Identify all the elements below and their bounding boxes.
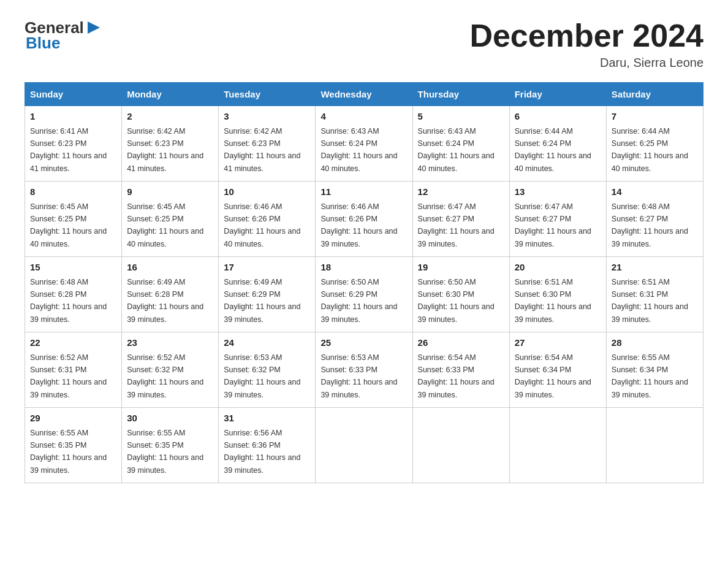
day-number: 18	[320, 261, 407, 275]
day-info: Sunrise: 6:43 AMSunset: 6:24 PMDaylight:…	[418, 127, 495, 173]
calendar-day-cell: 25 Sunrise: 6:53 AMSunset: 6:33 PMDaylig…	[316, 332, 412, 408]
day-number: 5	[418, 110, 504, 124]
day-number: 29	[30, 412, 116, 426]
day-number: 23	[127, 336, 213, 350]
header-sunday: Sunday	[25, 83, 122, 106]
day-info: Sunrise: 6:51 AMSunset: 6:31 PMDaylight:…	[612, 278, 688, 324]
day-info: Sunrise: 6:55 AMSunset: 6:34 PMDaylight:…	[612, 353, 688, 399]
calendar-day-cell: 6 Sunrise: 6:44 AMSunset: 6:24 PMDayligh…	[509, 106, 606, 182]
day-info: Sunrise: 6:46 AMSunset: 6:26 PMDaylight:…	[224, 202, 300, 248]
calendar-day-cell: 1 Sunrise: 6:41 AMSunset: 6:23 PMDayligh…	[25, 106, 122, 182]
day-number: 27	[515, 336, 601, 350]
calendar-day-cell: 23 Sunrise: 6:52 AMSunset: 6:32 PMDaylig…	[122, 332, 219, 408]
calendar-week-row: 8 Sunrise: 6:45 AMSunset: 6:25 PMDayligh…	[25, 182, 703, 257]
calendar-day-cell: 14 Sunrise: 6:48 AMSunset: 6:27 PMDaylig…	[606, 182, 703, 257]
header-friday: Friday	[509, 83, 606, 106]
calendar-day-cell: 5 Sunrise: 6:43 AMSunset: 6:24 PMDayligh…	[412, 106, 509, 182]
day-info: Sunrise: 6:55 AMSunset: 6:35 PMDaylight:…	[127, 429, 203, 475]
calendar-week-row: 29 Sunrise: 6:55 AMSunset: 6:35 PMDaylig…	[25, 408, 703, 483]
calendar-day-cell: 10 Sunrise: 6:46 AMSunset: 6:26 PMDaylig…	[219, 182, 316, 257]
day-number: 13	[515, 185, 601, 199]
day-info: Sunrise: 6:45 AMSunset: 6:25 PMDaylight:…	[30, 202, 107, 248]
day-number: 8	[30, 185, 116, 199]
day-info: Sunrise: 6:52 AMSunset: 6:31 PMDaylight:…	[30, 353, 107, 399]
calendar-week-row: 1 Sunrise: 6:41 AMSunset: 6:23 PMDayligh…	[25, 106, 703, 182]
day-number: 26	[418, 336, 504, 350]
calendar-day-cell: 15 Sunrise: 6:48 AMSunset: 6:28 PMDaylig…	[25, 257, 122, 332]
calendar-day-cell: 22 Sunrise: 6:52 AMSunset: 6:31 PMDaylig…	[25, 332, 122, 408]
calendar-day-cell: 4 Sunrise: 6:43 AMSunset: 6:24 PMDayligh…	[316, 106, 412, 182]
day-info: Sunrise: 6:47 AMSunset: 6:27 PMDaylight:…	[515, 202, 591, 248]
header-saturday: Saturday	[606, 83, 703, 106]
day-info: Sunrise: 6:50 AMSunset: 6:30 PMDaylight:…	[418, 278, 495, 324]
calendar-day-cell: 8 Sunrise: 6:45 AMSunset: 6:25 PMDayligh…	[25, 182, 122, 257]
day-info: Sunrise: 6:48 AMSunset: 6:28 PMDaylight:…	[30, 278, 107, 324]
calendar-day-cell: 31 Sunrise: 6:56 AMSunset: 6:36 PMDaylig…	[219, 408, 316, 483]
calendar-day-cell: 27 Sunrise: 6:54 AMSunset: 6:34 PMDaylig…	[509, 332, 606, 408]
day-info: Sunrise: 6:44 AMSunset: 6:24 PMDaylight:…	[515, 127, 591, 173]
calendar-day-cell: 26 Sunrise: 6:54 AMSunset: 6:33 PMDaylig…	[412, 332, 509, 408]
day-number: 16	[127, 261, 213, 275]
month-title: December 2024	[469, 18, 703, 53]
day-info: Sunrise: 6:51 AMSunset: 6:30 PMDaylight:…	[515, 278, 591, 324]
calendar-day-cell: 18 Sunrise: 6:50 AMSunset: 6:29 PMDaylig…	[316, 257, 412, 332]
day-number: 17	[224, 261, 310, 275]
day-number: 10	[224, 185, 310, 199]
calendar-table: SundayMondayTuesdayWednesdayThursdayFrid…	[25, 82, 703, 483]
header-tuesday: Tuesday	[219, 83, 316, 106]
day-number: 4	[320, 110, 407, 124]
calendar-day-cell: 16 Sunrise: 6:49 AMSunset: 6:28 PMDaylig…	[122, 257, 219, 332]
calendar-day-cell: 9 Sunrise: 6:45 AMSunset: 6:25 PMDayligh…	[122, 182, 219, 257]
title-area: December 2024 Daru, Sierra Leone	[469, 18, 703, 70]
calendar-week-row: 15 Sunrise: 6:48 AMSunset: 6:28 PMDaylig…	[25, 257, 703, 332]
day-info: Sunrise: 6:47 AMSunset: 6:27 PMDaylight:…	[418, 202, 495, 248]
day-info: Sunrise: 6:56 AMSunset: 6:36 PMDaylight:…	[224, 429, 300, 475]
day-info: Sunrise: 6:44 AMSunset: 6:25 PMDaylight:…	[612, 127, 688, 173]
day-info: Sunrise: 6:42 AMSunset: 6:23 PMDaylight:…	[224, 127, 300, 173]
day-number: 22	[30, 336, 116, 350]
day-info: Sunrise: 6:41 AMSunset: 6:23 PMDaylight:…	[30, 127, 107, 173]
day-number: 21	[612, 261, 698, 275]
calendar-day-cell	[412, 408, 509, 483]
calendar-day-cell: 11 Sunrise: 6:46 AMSunset: 6:26 PMDaylig…	[316, 182, 412, 257]
day-info: Sunrise: 6:53 AMSunset: 6:33 PMDaylight:…	[320, 353, 397, 399]
day-number: 25	[320, 336, 407, 350]
header-thursday: Thursday	[412, 83, 509, 106]
calendar-day-cell: 19 Sunrise: 6:50 AMSunset: 6:30 PMDaylig…	[412, 257, 509, 332]
day-number: 9	[127, 185, 213, 199]
day-number: 20	[515, 261, 601, 275]
day-info: Sunrise: 6:52 AMSunset: 6:32 PMDaylight:…	[127, 353, 203, 399]
calendar-day-cell: 21 Sunrise: 6:51 AMSunset: 6:31 PMDaylig…	[606, 257, 703, 332]
day-number: 24	[224, 336, 310, 350]
calendar-day-cell: 13 Sunrise: 6:47 AMSunset: 6:27 PMDaylig…	[509, 182, 606, 257]
day-info: Sunrise: 6:45 AMSunset: 6:25 PMDaylight:…	[127, 202, 203, 248]
logo: General Blue	[25, 18, 102, 53]
day-info: Sunrise: 6:54 AMSunset: 6:33 PMDaylight:…	[418, 353, 495, 399]
day-info: Sunrise: 6:49 AMSunset: 6:28 PMDaylight:…	[127, 278, 203, 324]
day-info: Sunrise: 6:46 AMSunset: 6:26 PMDaylight:…	[320, 202, 397, 248]
day-info: Sunrise: 6:42 AMSunset: 6:23 PMDaylight:…	[127, 127, 203, 173]
page-header: General Blue December 2024 Daru, Sierra …	[25, 18, 703, 70]
day-number: 19	[418, 261, 504, 275]
day-number: 11	[320, 185, 407, 199]
calendar-day-cell: 20 Sunrise: 6:51 AMSunset: 6:30 PMDaylig…	[509, 257, 606, 332]
day-number: 28	[612, 336, 698, 350]
day-info: Sunrise: 6:43 AMSunset: 6:24 PMDaylight:…	[320, 127, 397, 173]
day-number: 1	[30, 110, 116, 124]
calendar-day-cell: 12 Sunrise: 6:47 AMSunset: 6:27 PMDaylig…	[412, 182, 509, 257]
calendar-day-cell: 7 Sunrise: 6:44 AMSunset: 6:25 PMDayligh…	[606, 106, 703, 182]
calendar-day-cell: 2 Sunrise: 6:42 AMSunset: 6:23 PMDayligh…	[122, 106, 219, 182]
calendar-week-row: 22 Sunrise: 6:52 AMSunset: 6:31 PMDaylig…	[25, 332, 703, 408]
calendar-day-cell: 17 Sunrise: 6:49 AMSunset: 6:29 PMDaylig…	[219, 257, 316, 332]
day-number: 14	[612, 185, 698, 199]
day-number: 15	[30, 261, 116, 275]
location: Daru, Sierra Leone	[469, 56, 703, 70]
day-number: 30	[127, 412, 213, 426]
svg-marker-0	[88, 21, 100, 34]
calendar-day-cell: 28 Sunrise: 6:55 AMSunset: 6:34 PMDaylig…	[606, 332, 703, 408]
day-info: Sunrise: 6:55 AMSunset: 6:35 PMDaylight:…	[30, 429, 107, 475]
calendar-header-row: SundayMondayTuesdayWednesdayThursdayFrid…	[25, 83, 703, 106]
day-info: Sunrise: 6:54 AMSunset: 6:34 PMDaylight:…	[515, 353, 591, 399]
logo-blue-text: Blue	[26, 34, 60, 52]
header-wednesday: Wednesday	[316, 83, 412, 106]
